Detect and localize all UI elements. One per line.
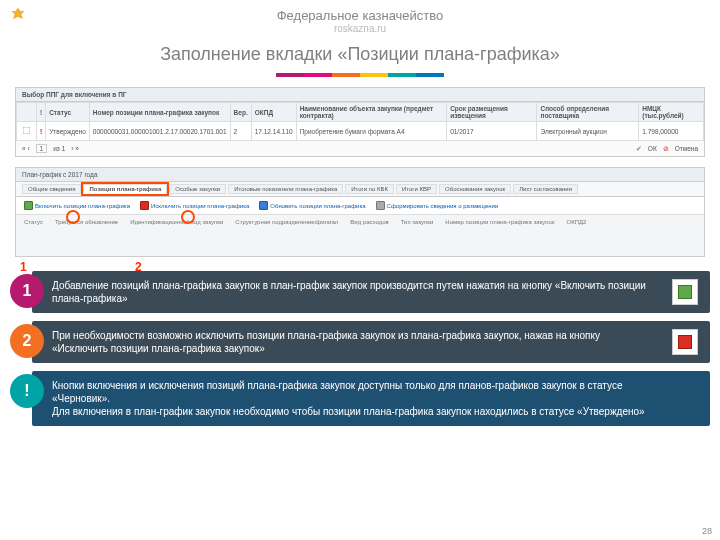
org-name: Федеральное казначейство: [0, 8, 720, 23]
callout-1-text: Добавление позиций плана-графика закупок…: [32, 271, 710, 313]
dialog-footer: « ‹1из 1› » ✔ОК ⊘Отмена: [16, 141, 704, 156]
page-title: Заполнение вкладки «Позиции плана-график…: [0, 44, 720, 65]
dialog-screenshot: Выбор ППГ для включения в ПГ ! Статус Но…: [15, 87, 705, 157]
dialog-title: Выбор ППГ для включения в ПГ: [16, 88, 704, 102]
exclude-icon: [140, 201, 149, 210]
callout-2-number: 2: [10, 324, 44, 358]
tool-include[interactable]: Включить позиции плана-графика: [24, 201, 130, 210]
refresh-icon: [259, 201, 268, 210]
callout-2: 2 При необходимости возможно исключить п…: [10, 321, 710, 363]
include-icon: [24, 201, 33, 210]
include-button-icon: [672, 279, 698, 305]
tabs-screenshot: План-график с 2017 года Общие сведения П…: [15, 167, 705, 257]
tab-special[interactable]: Особые закупки: [169, 184, 226, 194]
tool-exclude[interactable]: Исключить позиции плана-графика: [140, 201, 249, 210]
dialog-table: ! Статус Номер позиции плана-графика зак…: [16, 102, 704, 141]
tool-form[interactable]: Сформировать сведения о размещении: [376, 201, 499, 210]
page-number: 28: [702, 526, 712, 536]
callout-info-text: Кнопки включения и исключения позиций пл…: [32, 371, 710, 426]
tab-totals[interactable]: Итоговые показатели плана-графика: [228, 184, 343, 194]
color-bar: [0, 73, 720, 77]
callout-info: ! Кнопки включения и исключения позиций …: [10, 371, 710, 426]
form-icon: [376, 201, 385, 210]
tab-just[interactable]: Обоснования закупок: [439, 184, 511, 194]
callout-info-mark: !: [10, 374, 44, 408]
row-checkbox[interactable]: [23, 127, 31, 135]
tab-kvr[interactable]: Итоги КВР: [396, 184, 437, 194]
org-url: roskazna.ru: [0, 23, 720, 34]
emblem-icon: [8, 6, 28, 26]
exclude-button-icon: [672, 329, 698, 355]
tab-approval[interactable]: Лист согласования: [513, 184, 578, 194]
tab-positions[interactable]: Позиции плана-графика: [83, 184, 167, 194]
callout-2-text: При необходимости возможно исключить поз…: [32, 321, 710, 363]
tool-refresh[interactable]: Обновить позиции плана-графика: [259, 201, 365, 210]
tab-general[interactable]: Общие сведения: [22, 184, 81, 194]
tab-kbk[interactable]: Итоги по КБК: [345, 184, 394, 194]
callout-1-number: 1: [10, 274, 44, 308]
callout-1: 1 Добавление позиций плана-графика закуп…: [10, 271, 710, 313]
